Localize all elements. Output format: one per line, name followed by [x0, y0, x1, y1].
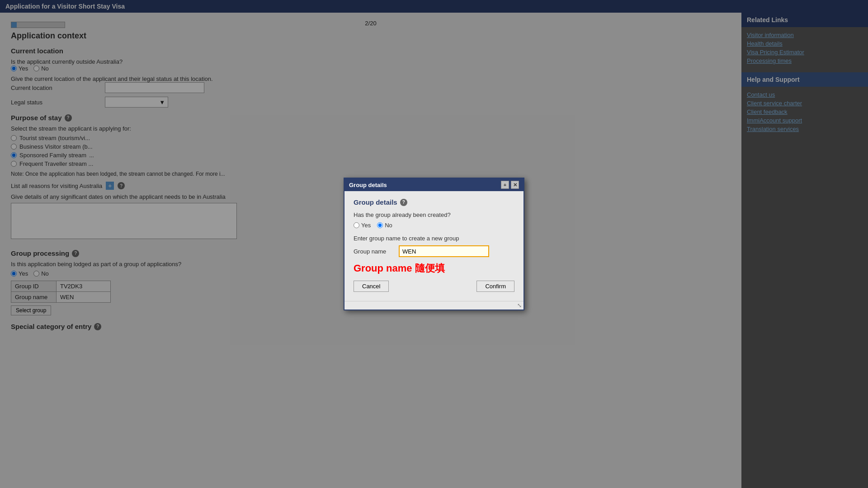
- close-icon: ✕: [513, 182, 517, 188]
- resize-icon[interactable]: ⤡: [517, 302, 522, 309]
- modal-cancel-button[interactable]: Cancel: [354, 281, 389, 292]
- modal-help-icon[interactable]: ?: [400, 199, 407, 206]
- modal-yes-radio[interactable]: [354, 222, 359, 228]
- modal-radio-group: Yes No: [354, 222, 514, 229]
- modal-footer: Cancel Confirm: [354, 281, 514, 292]
- modal-maximize-button[interactable]: +: [501, 181, 509, 189]
- modal-group-name-input[interactable]: [399, 245, 489, 257]
- modal-section-title: Group details ?: [354, 198, 514, 206]
- modal-body: Group details ? Has the group already be…: [344, 191, 524, 301]
- modal-yes-label[interactable]: Yes: [354, 222, 371, 229]
- modal-create-label: Enter group name to create a new group: [354, 235, 514, 242]
- modal-titlebar-buttons: + ✕: [501, 181, 519, 189]
- modal-no-label[interactable]: No: [377, 222, 392, 229]
- modal-titlebar-title: Group details: [349, 182, 387, 188]
- maximize-icon: +: [504, 182, 506, 188]
- modal-no-radio[interactable]: [377, 222, 383, 228]
- modal-confirm-button[interactable]: Confirm: [476, 281, 514, 292]
- modal-group-name-row: Group name: [354, 245, 514, 257]
- modal-close-button[interactable]: ✕: [511, 181, 519, 189]
- modal-group-name-label: Group name: [354, 248, 394, 255]
- modal-window: Group details + ✕ Group details ? Has th…: [344, 178, 524, 310]
- modal-titlebar: Group details + ✕: [344, 178, 524, 191]
- modal-overlay: Group details + ✕ Group details ? Has th…: [0, 0, 868, 488]
- modal-resize-handle: ⤡: [344, 301, 524, 310]
- annotation-text: Group name 隨便填: [354, 262, 514, 275]
- modal-question: Has the group already been created?: [354, 211, 514, 218]
